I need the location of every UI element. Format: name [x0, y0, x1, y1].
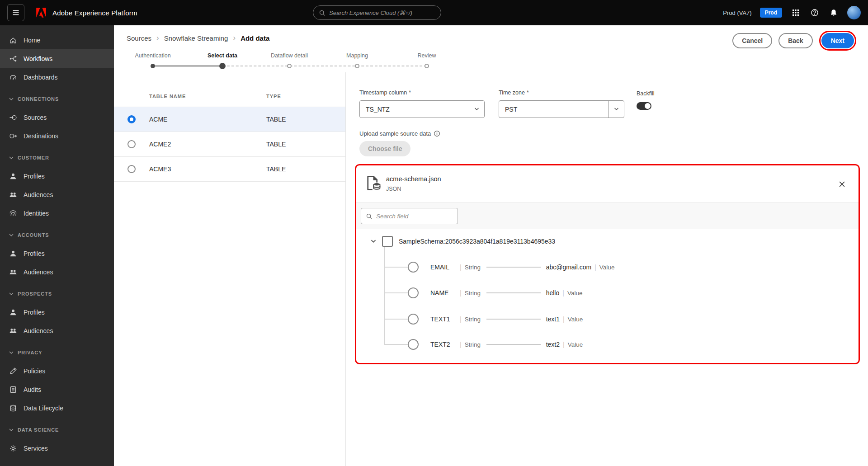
sidebar-item-label: Profiles [24, 309, 45, 316]
sidebar-item-customer-audiences[interactable]: Audiences [0, 185, 114, 204]
sidebar-item-identities[interactable]: Identities [0, 204, 114, 222]
sidebar-item-customer-profiles[interactable]: Profiles [0, 167, 114, 185]
divider [460, 341, 462, 348]
close-button[interactable] [837, 179, 847, 189]
table-cell-name: ACME2 [149, 141, 171, 148]
label-text: Time zone [499, 89, 525, 96]
sidebar: Home Workflows Dashboards CONNECTIONS So… [0, 25, 114, 466]
column-header-table-name: TABLE NAME [149, 94, 186, 99]
table-cell-type: TABLE [266, 141, 286, 148]
schema-preview-panel: acme-schema.json JSON SampleSchema:2056c… [355, 164, 860, 364]
tree-connector-vertical [384, 247, 385, 345]
sidebar-section-prospects[interactable]: PROSPECTS [0, 285, 114, 303]
hamburger-icon [12, 9, 20, 17]
root-checkbox[interactable] [382, 236, 393, 247]
chevron-down-icon [9, 234, 14, 237]
schema-field-row-email[interactable]: EMAIL String abc@gmail.com Value [408, 262, 614, 273]
time-zone-dropdown[interactable]: PST [499, 100, 624, 118]
sidebar-item-policies[interactable]: Policies [0, 362, 114, 380]
step-review[interactable]: Review [418, 52, 436, 59]
hamburger-menu-button[interactable] [7, 4, 24, 21]
org-label: Prod (VA7) [723, 9, 751, 16]
radio-acme2[interactable] [127, 140, 136, 148]
page-header: Sources Snowflake Streaming Add data Can… [114, 25, 868, 72]
sidebar-item-destinations[interactable]: Destinations [0, 127, 114, 145]
identities-icon [9, 209, 17, 217]
schema-root-row[interactable]: SampleSchema:2056c3923a804f1a819e3113b46… [371, 235, 555, 248]
step-dot-dataflow-detail[interactable] [287, 64, 292, 68]
sidebar-section-customer[interactable]: CUSTOMER [0, 149, 114, 167]
field-select-circle[interactable] [408, 262, 419, 273]
sidebar-section-connections[interactable]: CONNECTIONS [0, 90, 114, 108]
notifications-button[interactable] [828, 7, 839, 18]
schema-field-row-text2[interactable]: TEXT2 String text2 Value [408, 339, 583, 350]
table-row-acme[interactable]: ACME TABLE [114, 107, 345, 132]
divider [562, 289, 564, 297]
sidebar-item-services[interactable]: Services [0, 439, 114, 457]
step-authentication[interactable]: Authentication [135, 52, 170, 59]
chevron-down-icon[interactable] [371, 240, 376, 243]
avatar[interactable] [847, 6, 861, 19]
timestamp-column-dropdown[interactable]: TS_NTZ [359, 100, 485, 118]
time-zone-label: Time zone * [499, 89, 529, 96]
sidebar-item-home[interactable]: Home [0, 31, 114, 49]
next-button[interactable]: Next [821, 33, 854, 48]
sidebar-section-privacy[interactable]: PRIVACY [0, 344, 114, 362]
sidebar-section-label: CUSTOMER [18, 155, 49, 160]
schema-search-field[interactable] [361, 208, 458, 224]
sidebar-item-label: Policies [24, 367, 45, 375]
sidebar-section-label: PROSPECTS [18, 291, 52, 297]
field-select-circle[interactable] [408, 339, 419, 350]
radio-acme[interactable] [127, 115, 136, 123]
chevron-down-icon [9, 428, 14, 432]
step-select-data[interactable]: Select data [208, 52, 237, 59]
sidebar-item-data-lifecycle[interactable]: Data Lifecycle [0, 399, 114, 417]
sidebar-item-prospects-profiles[interactable]: Profiles [0, 303, 114, 321]
step-dataflow-detail[interactable]: Dataflow detail [271, 52, 308, 59]
field-select-circle[interactable] [408, 287, 419, 298]
sidebar-item-label: Home [24, 37, 40, 44]
backfill-toggle[interactable] [637, 102, 651, 110]
env-badge[interactable]: Prod [760, 8, 782, 18]
sidebar-item-prospects-audiences[interactable]: Audiences [0, 321, 114, 340]
schema-field-row-name[interactable]: NAME String hello Value [408, 287, 582, 298]
topbar-search[interactable] [313, 5, 441, 20]
file-name: acme-schema.json [386, 175, 441, 183]
profiles-icon [9, 249, 17, 258]
step-dot-review[interactable] [425, 64, 429, 68]
radio-acme3[interactable] [127, 165, 136, 173]
app-switcher-button[interactable] [790, 7, 801, 18]
breadcrumb-snowflake-streaming[interactable]: Snowflake Streaming [164, 34, 228, 42]
sidebar-item-workflows[interactable]: Workflows [0, 49, 114, 68]
audiences-icon [9, 268, 17, 276]
topbar-search-input[interactable] [329, 9, 435, 16]
workflows-icon [9, 55, 17, 63]
sidebar-item-accounts-profiles[interactable]: Profiles [0, 244, 114, 263]
info-icon[interactable] [434, 130, 440, 137]
step-dot-select-data[interactable] [219, 63, 226, 69]
schema-field-row-text1[interactable]: TEXT1 String text1 Value [408, 314, 583, 325]
sidebar-section-accounts[interactable]: ACCOUNTS [0, 226, 114, 244]
chevron-down-icon [9, 98, 14, 101]
table-row-acme2[interactable]: ACME2 TABLE [114, 132, 345, 157]
schema-search-input[interactable] [376, 213, 453, 220]
sidebar-item-label: Audiences [24, 327, 53, 334]
label-text: Upload sample source data [359, 130, 431, 137]
step-dot-authentication[interactable] [151, 64, 155, 68]
cancel-button[interactable]: Cancel [732, 33, 772, 48]
sidebar-item-dashboards[interactable]: Dashboards [0, 68, 114, 86]
services-icon [9, 444, 17, 452]
back-button[interactable]: Back [778, 33, 812, 48]
table-row-acme3[interactable]: ACME3 TABLE [114, 157, 345, 182]
sidebar-section-data-science[interactable]: DATA SCIENCE [0, 421, 114, 439]
sidebar-item-sources[interactable]: Sources [0, 108, 114, 127]
sidebar-item-audits[interactable]: Audits [0, 380, 114, 399]
step-mapping[interactable]: Mapping [346, 52, 368, 59]
breadcrumb-sources[interactable]: Sources [127, 34, 151, 42]
help-button[interactable] [809, 7, 820, 18]
choose-file-button[interactable]: Choose file [359, 141, 410, 156]
step-dot-mapping[interactable] [355, 64, 359, 68]
sidebar-item-accounts-audiences[interactable]: Audiences [0, 263, 114, 281]
field-select-circle[interactable] [408, 314, 419, 325]
main-content: TABLE NAME TYPE ACME TABLE ACME2 TABLE A… [114, 72, 868, 466]
